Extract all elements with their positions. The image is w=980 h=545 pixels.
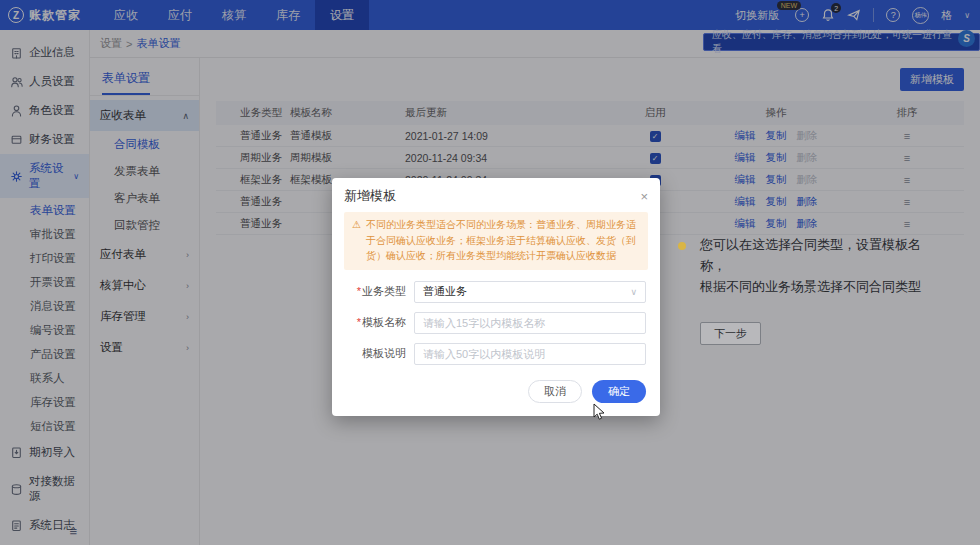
next-step-button[interactable]: 下一步 bbox=[700, 322, 761, 345]
cancel-button[interactable]: 取消 bbox=[528, 380, 582, 403]
modal-title: 新增模板 bbox=[344, 187, 396, 205]
template-name-input[interactable] bbox=[423, 317, 637, 329]
warning-text: 不同的业务类型适合不同的业务场景：普通业务、周期业务适于合同确认应收业务；框架业… bbox=[366, 217, 640, 264]
confirm-button[interactable]: 确定 bbox=[592, 380, 646, 403]
app-window: Z 账款管家 应收应付核算库存设置 切换新版 NEW + 2 ? 杨伟 格 ∨ … bbox=[0, 0, 980, 545]
add-template-modal: 新增模板 × ⚠ 不同的业务类型适合不同的业务场景：普通业务、周期业务适于合同确… bbox=[332, 178, 660, 416]
business-type-value: 普通业务 bbox=[423, 284, 467, 299]
select-chevron-down-icon: ∨ bbox=[630, 287, 637, 297]
modal-close-icon[interactable]: × bbox=[640, 189, 648, 204]
guide-bullet-icon bbox=[678, 242, 686, 250]
template-name-field-wrap bbox=[414, 312, 646, 334]
template-desc-field-wrap bbox=[414, 343, 646, 365]
modal-form: *业务类型 普通业务 ∨ *模板名称 模板说明 bbox=[332, 270, 660, 376]
onboarding-guide: 您可以在这选择合同类型，设置模板名称， 根据不同的业务场景选择不同合同类型 下一… bbox=[678, 234, 934, 345]
modal-warning: ⚠ 不同的业务类型适合不同的业务场景：普通业务、周期业务适于合同确认应收业务；框… bbox=[344, 212, 648, 270]
business-type-select[interactable]: 普通业务 ∨ bbox=[414, 281, 646, 303]
warning-triangle-icon: ⚠ bbox=[352, 217, 361, 264]
field-label-template-name: *模板名称 bbox=[346, 315, 406, 330]
field-label-template-desc: 模板说明 bbox=[346, 346, 406, 361]
guide-text-line1: 您可以在这选择合同类型，设置模板名称， bbox=[700, 234, 934, 276]
guide-text-line2: 根据不同的业务场景选择不同合同类型 bbox=[700, 276, 934, 297]
template-desc-input[interactable] bbox=[423, 348, 637, 360]
field-label-business-type: *业务类型 bbox=[346, 284, 406, 299]
